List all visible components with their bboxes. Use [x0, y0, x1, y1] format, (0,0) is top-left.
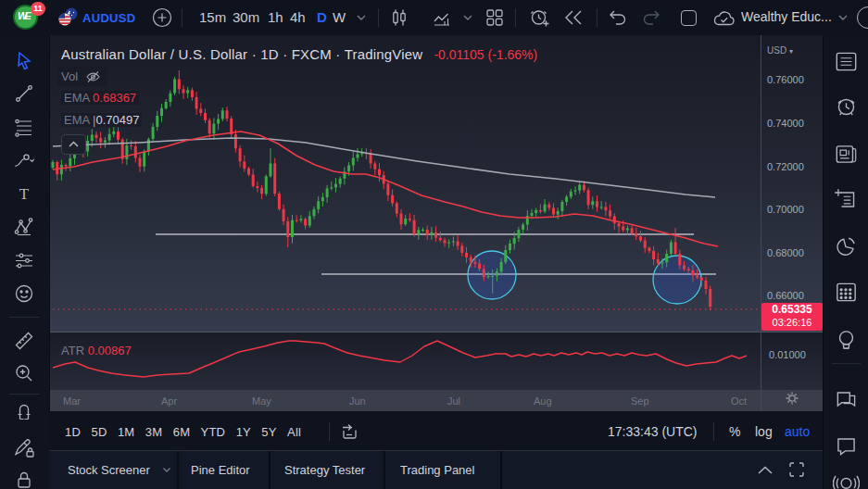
- svg-text:T: T: [19, 185, 30, 203]
